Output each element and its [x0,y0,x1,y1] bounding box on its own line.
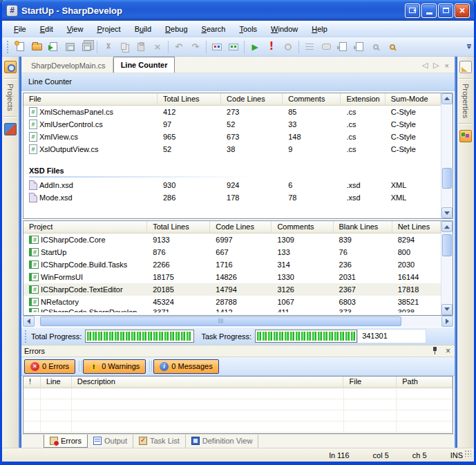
column-header-extension[interactable]: Extension [341,93,385,105]
menu-debug[interactable]: Debug [159,23,193,35]
scroll-up-button[interactable] [441,93,453,104]
detach-button[interactable] [405,3,420,18]
column-header-code-lines[interactable]: Code Lines [210,221,272,233]
menu-edit[interactable]: Edit [34,23,59,35]
menu-view[interactable]: View [61,23,90,35]
column-header-sum-mode[interactable]: Sum-Mode [385,93,441,105]
table-row[interactable]: AddIn.xsd9309246.xsdXML [23,179,441,191]
maximize-button[interactable] [438,3,453,18]
table-row[interactable]: #WinFormsUI18175148261330203116144 [23,271,441,283]
menu-window[interactable]: Window [265,23,304,35]
save-as-button[interactable] [45,39,61,55]
scroll-right-button[interactable] [441,316,453,327]
pin-icon[interactable] [432,347,439,355]
column-header-comments[interactable]: Comments [283,93,341,105]
table-row[interactable]: #ICSharpCode.Build.Tasks2266171631423620… [23,258,441,271]
tab-sharpdevelopmain-cs[interactable]: SharpDevelopMain.cs [24,58,113,73]
0-warnings-button[interactable]: 0 Warnings [83,359,146,374]
progress-strip-grip[interactable] [24,330,28,343]
column-header-comments[interactable]: Comments [272,221,333,233]
search-button[interactable] [384,39,401,55]
tab-next-icon[interactable]: ▷ [433,61,439,70]
tab-line-counter[interactable]: Line Counter [113,57,175,73]
table-row[interactable]: #ICSharpCode.Core9133699713098398294 [23,234,441,246]
table-row[interactable]: #ICSharpCode.TextEditor20185147943126236… [23,283,441,296]
scroll-track[interactable] [35,316,441,327]
toolbar-separator [168,41,169,53]
open-file-button[interactable] [28,39,45,55]
menu-help[interactable]: Help [305,23,334,35]
projects-pad-icon[interactable] [4,61,17,73]
scroll-up-button[interactable] [441,221,453,232]
tools-pad-icon[interactable] [4,123,17,135]
table-row[interactable]: #StartUp87666713376800 [23,246,441,258]
tab-task-list[interactable]: Task List [133,435,186,448]
divider [3,78,17,79]
toolbar-grip[interactable] [6,40,10,54]
tab-output[interactable]: Output [88,435,133,448]
scroll-thumb[interactable] [442,168,452,189]
table-row[interactable]: #XslOutputView.cs52389.csC-Style [23,143,441,155]
cell: C-Style [385,133,441,141]
table-row[interactable]: #XmlUserControl.cs975233.csC-Style [23,118,441,131]
scroll-left-button[interactable] [23,316,35,327]
column-header-line[interactable]: Line [41,377,72,388]
sidebar-item-projects[interactable]: Projects [6,81,15,114]
menu-tools[interactable]: Tools [233,23,263,35]
column-header-project[interactable]: Project [23,221,147,233]
abort-button[interactable]: ! [263,39,280,55]
column-header-total-lines[interactable]: Total Lines [147,221,210,233]
0-messages-button[interactable]: i0 Messages [153,359,218,374]
tab-close-icon[interactable]: × [445,61,449,70]
0-errors-button[interactable]: ×0 Errors [24,359,75,374]
table-row[interactable]: #XmlSchemasPanel.cs41227385.csC-Style [23,106,441,118]
divider [459,123,473,124]
close-button[interactable]: × [455,3,470,18]
scroll-down-button[interactable] [441,304,453,315]
scroll-thumb[interactable] [442,234,452,256]
column-header-description[interactable]: Description [72,377,344,388]
resize-grip[interactable] [464,450,471,457]
row-label: Mode.xsd [39,193,73,202]
column-header-code-lines[interactable]: Code Lines [221,93,283,105]
table-row[interactable]: #ICSharpCode.SharpDevelop337114124113733… [23,308,441,312]
menu-file[interactable]: File [8,23,32,35]
tab-definition-view[interactable]: Definition View [186,435,259,448]
menu-build[interactable]: Build [128,23,158,35]
app-icon: # [6,5,18,17]
tab-prev-icon[interactable]: ◁ [422,61,428,70]
toolbox-pad-icon[interactable] [459,130,472,142]
column-header-file[interactable]: File [23,93,158,105]
column-header-blank-lines[interactable]: Blank Lines [334,221,392,233]
scroll-track[interactable] [441,104,453,207]
title-bar[interactable]: # StartUp - SharpDevelop × [2,0,474,21]
table-row[interactable]: #NRefactory45324287881067680338521 [23,296,441,308]
horizontal-scrollbar[interactable] [23,316,453,327]
toolbar-overflow-button[interactable] [466,44,473,49]
column-header-net-lines[interactable]: Net Lines [392,221,441,233]
properties-pad-icon[interactable] [459,61,472,73]
column-header--[interactable]: ! [23,377,41,388]
run-button[interactable]: ▶ [247,39,263,55]
minimize-button[interactable] [421,3,437,18]
scroll-thumb[interactable] [40,316,401,326]
new-file-button[interactable] [12,39,28,55]
sidebar-item-properties[interactable]: Properties [461,81,470,121]
menu-search[interactable]: Search [196,23,232,35]
errors-panel-titlebar[interactable]: Errors × [21,345,455,357]
file-table-vscrollbar[interactable] [441,93,453,218]
menu-project[interactable]: Project [91,23,126,35]
tab-errors[interactable]: Errors [44,435,88,448]
column-header-path[interactable]: Path [397,377,453,388]
column-header-total-lines[interactable]: Total Lines [158,93,221,105]
tab-label: Definition View [202,437,253,445]
table-row[interactable]: #XmlView.cs965673148.csC-Style [23,131,441,143]
column-header-file[interactable]: File [343,377,397,388]
scroll-down-button[interactable] [441,207,453,218]
build-all-button[interactable] [225,39,242,55]
errors-close-icon[interactable]: × [446,346,450,356]
table-row[interactable]: Mode.xsd28617878.xsdXML [23,191,441,204]
project-table-vscrollbar[interactable] [441,221,453,315]
scroll-track[interactable] [441,232,453,304]
build-button[interactable] [209,39,225,55]
